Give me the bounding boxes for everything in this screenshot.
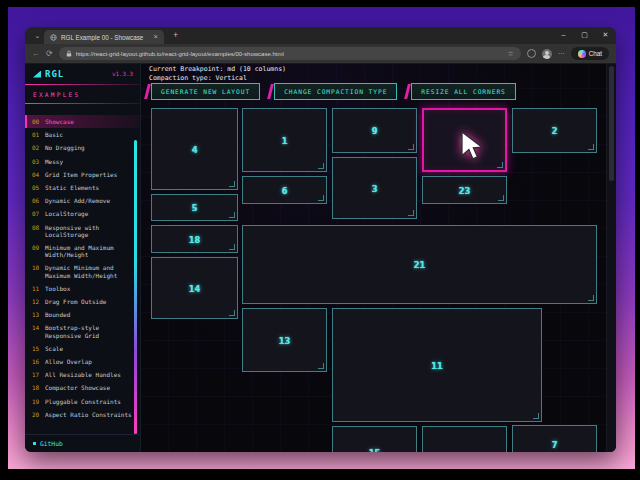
resize-handle[interactable] bbox=[408, 210, 414, 216]
example-label: Minimum and Maximum Width/Height bbox=[45, 244, 136, 258]
sidebar-item-no-dragging[interactable]: 02No Dragging bbox=[25, 141, 140, 154]
sidebar-item-basic[interactable]: 01Basic bbox=[25, 128, 140, 141]
close-button[interactable]: ✕ bbox=[595, 27, 616, 44]
grid-item-7[interactable]: 7 bbox=[512, 425, 597, 452]
example-label: Toolbox bbox=[45, 285, 70, 292]
resize-handle[interactable] bbox=[498, 195, 504, 201]
sidebar-item-localstorage[interactable]: 07LocalStorage bbox=[25, 207, 140, 220]
resize-handle[interactable] bbox=[497, 162, 503, 168]
sidebar-footer: GitHub bbox=[25, 434, 140, 452]
grid-item-1[interactable]: 1 bbox=[242, 108, 327, 172]
sidebar-item-all-resizable-handles[interactable]: 17All Resizable Handles bbox=[25, 368, 140, 381]
sidebar-item-compactor-showcase[interactable]: 18Compactor Showcase bbox=[25, 381, 140, 394]
sidebar-item-scale[interactable]: 15Scale bbox=[25, 342, 140, 355]
sidebar-item-toolbox[interactable]: 11Toolbox bbox=[25, 282, 140, 295]
change-compaction-type-button[interactable]: CHANGE COMPACTION TYPE bbox=[274, 83, 397, 100]
example-number: 12 bbox=[32, 298, 41, 305]
grid-item-3[interactable]: 3 bbox=[332, 157, 417, 219]
grid-item-unlabeled[interactable] bbox=[422, 426, 507, 452]
grid-item-11[interactable]: 11 bbox=[332, 308, 542, 422]
resize-handle[interactable] bbox=[229, 212, 235, 218]
example-number: 19 bbox=[32, 398, 41, 405]
sidebar-item-aspect-ratio-constraints[interactable]: 20Aspect Ratio Constraints bbox=[25, 408, 140, 421]
sidebar-item-drag-from-outside[interactable]: 12Drag From Outside bbox=[25, 295, 140, 308]
grid-item-number: 5 bbox=[192, 202, 198, 213]
resize-handle[interactable] bbox=[588, 144, 594, 150]
browser-tab-bar: ⌄ RGL Example 00 - Showcase × + – ▢ ✕ bbox=[25, 27, 616, 44]
grid-item-21[interactable]: 21 bbox=[242, 225, 597, 304]
grid-item-15[interactable]: 15 bbox=[332, 426, 417, 452]
mouse-cursor bbox=[459, 131, 485, 161]
grid-item-4[interactable]: 4 bbox=[151, 108, 238, 190]
resize-handle[interactable] bbox=[318, 163, 324, 169]
example-label: Drag From Outside bbox=[45, 298, 106, 305]
tab-close-icon[interactable]: × bbox=[154, 30, 158, 44]
resize-handle[interactable] bbox=[588, 295, 594, 301]
example-label: Bounded bbox=[45, 311, 70, 318]
sidebar-item-messy[interactable]: 03Messy bbox=[25, 155, 140, 168]
resize-handle[interactable] bbox=[318, 363, 324, 369]
github-link[interactable]: GitHub bbox=[40, 440, 63, 447]
resize-handle[interactable] bbox=[229, 181, 235, 187]
sidebar-item-showcase[interactable]: 00Showcase bbox=[25, 115, 140, 128]
resize-handle[interactable] bbox=[533, 413, 539, 419]
copilot-chat-button[interactable]: Chat bbox=[571, 47, 609, 60]
tab-search-chevron-icon[interactable]: ⌄ bbox=[31, 27, 44, 44]
browser-essentials-icon[interactable] bbox=[527, 49, 536, 58]
grid-item-18[interactable]: 18 bbox=[151, 225, 238, 253]
sidebar-item-dynamic-add-remove[interactable]: 06Dynamic Add/Remove bbox=[25, 194, 140, 207]
resize-handle[interactable] bbox=[408, 144, 414, 150]
scrollbar-thumb[interactable] bbox=[609, 66, 614, 181]
example-number: 16 bbox=[32, 358, 41, 365]
grid-item-number: 21 bbox=[414, 259, 425, 270]
example-number: 05 bbox=[32, 184, 41, 191]
grid-item-14[interactable]: 14 bbox=[151, 257, 238, 319]
sidebar-item-bootstrap-style-responsive-grid[interactable]: 14Bootstrap-style Responsive Grid bbox=[25, 321, 140, 341]
url-text: https://react-grid-layout.github.io/reac… bbox=[76, 51, 504, 57]
example-number: 07 bbox=[32, 210, 41, 217]
grid-item-6[interactable]: 6 bbox=[242, 176, 327, 204]
resize-handle[interactable] bbox=[318, 195, 324, 201]
generate-new-layout-button[interactable]: GENERATE NEW LAYOUT bbox=[151, 83, 260, 100]
refresh-icon[interactable]: ⟳ bbox=[46, 49, 53, 58]
new-tab-button[interactable]: + bbox=[173, 27, 178, 44]
example-label: Messy bbox=[45, 158, 63, 165]
example-label: Compactor Showcase bbox=[45, 384, 110, 391]
sidebar-item-allow-overlap[interactable]: 16Allow Overlap bbox=[25, 355, 140, 368]
page-scrollbar[interactable] bbox=[606, 64, 616, 452]
sidebar-list: 00Showcase01Basic02No Dragging03Messy04G… bbox=[25, 104, 140, 434]
profile-avatar[interactable] bbox=[542, 49, 552, 59]
example-number: 02 bbox=[32, 144, 41, 151]
sidebar-item-bounded[interactable]: 13Bounded bbox=[25, 308, 140, 321]
sidebar-item-minimum-and-maximum-width-height[interactable]: 09Minimum and Maximum Width/Height bbox=[25, 241, 140, 261]
chat-label: Chat bbox=[589, 50, 602, 57]
minimize-button[interactable]: – bbox=[553, 27, 574, 44]
example-number: 13 bbox=[32, 311, 41, 318]
resize-all-corners-button[interactable]: RESIZE ALL CORNERS bbox=[411, 83, 515, 100]
grid-item-number: 13 bbox=[279, 335, 290, 346]
more-menu-icon[interactable]: ⋯ bbox=[558, 50, 565, 58]
sidebar-item-static-elements[interactable]: 05Static Elements bbox=[25, 181, 140, 194]
grid-item-2[interactable]: 2 bbox=[512, 108, 597, 153]
grid-item-13[interactable]: 13 bbox=[242, 308, 327, 372]
example-number: 01 bbox=[32, 131, 41, 138]
sidebar-item-pluggable-constraints[interactable]: 19Pluggable Constraints bbox=[25, 395, 140, 408]
maximize-button[interactable]: ▢ bbox=[574, 27, 595, 44]
resize-handle[interactable] bbox=[229, 310, 235, 316]
favorite-star-icon[interactable]: ☆ bbox=[507, 50, 513, 58]
grid-item-9[interactable]: 9 bbox=[332, 108, 417, 153]
sidebar-item-dynamic-minimum-and-maximum-width-height[interactable]: 10Dynamic Minimum and Maximum Width/Heig… bbox=[25, 261, 140, 281]
back-icon[interactable]: ← bbox=[32, 49, 40, 58]
grid-item-5[interactable]: 5 bbox=[151, 194, 238, 221]
sidebar-item-responsive-with-localstorage[interactable]: 08Responsive with LocalStorage bbox=[25, 221, 140, 241]
example-label: Dynamic Add/Remove bbox=[45, 197, 110, 204]
example-number: 06 bbox=[32, 197, 41, 204]
sidebar-scrollbar[interactable] bbox=[134, 140, 137, 434]
example-label: Allow Overlap bbox=[45, 358, 92, 365]
browser-tab-active[interactable]: RGL Example 00 - Showcase × bbox=[44, 30, 164, 44]
resize-handle[interactable] bbox=[229, 244, 235, 250]
sidebar-item-grid-item-properties[interactable]: 04Grid Item Properties bbox=[25, 168, 140, 181]
address-bar[interactable]: https://react-grid-layout.github.io/reac… bbox=[59, 47, 521, 60]
grid-item-23[interactable]: 23 bbox=[422, 176, 507, 204]
example-number: 17 bbox=[32, 371, 41, 378]
